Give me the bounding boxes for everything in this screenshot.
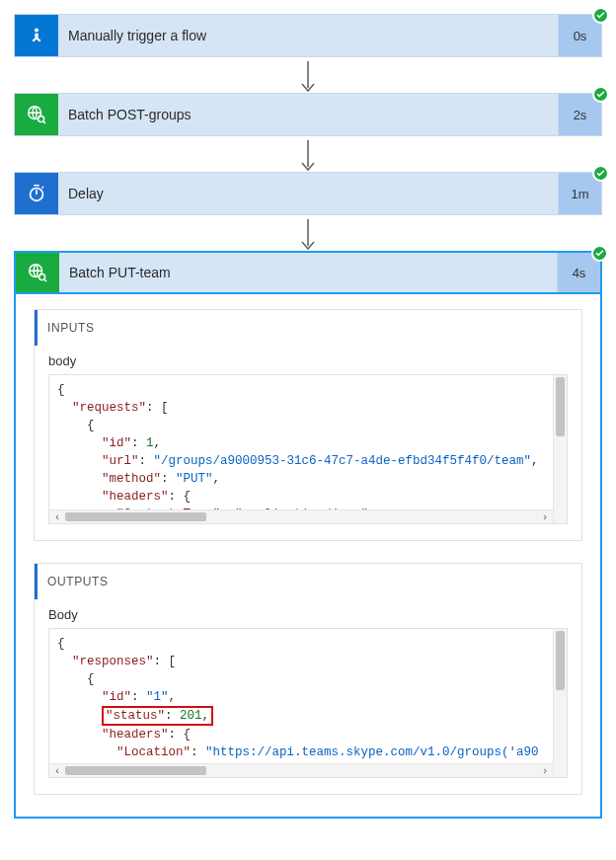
svg-point-5 xyxy=(39,274,45,280)
outputs-body-code[interactable]: { "responses": [ { "id": "1", "status": … xyxy=(48,628,568,778)
svg-point-2 xyxy=(38,117,44,122)
step-details-panel: INPUTS body { "requests": [ { "id": 1, "… xyxy=(14,293,602,819)
svg-point-0 xyxy=(35,28,38,32)
outputs-field-label: Body xyxy=(48,607,568,622)
code-content: { "requests": [ { "id": 1, "url": "/grou… xyxy=(49,375,547,524)
flow-arrow-icon xyxy=(14,57,602,93)
stopwatch-icon xyxy=(15,173,58,214)
step-batch-post-groups[interactable]: Batch POST-groups 2s xyxy=(14,93,602,136)
inputs-body-code[interactable]: { "requests": [ { "id": 1, "url": "/grou… xyxy=(48,374,568,524)
success-badge-icon xyxy=(592,7,609,24)
globe-search-icon xyxy=(16,253,59,292)
flow-arrow-icon xyxy=(14,215,602,251)
step-title: Delay xyxy=(58,173,558,214)
scroll-right-icon[interactable]: › xyxy=(537,764,553,777)
code-content: { "responses": [ { "id": "1", "status": … xyxy=(49,629,547,778)
step-delay[interactable]: Delay 1m xyxy=(14,172,602,215)
step-batch-put-team[interactable]: Batch PUT-team 4s xyxy=(14,251,602,294)
inputs-field-label: body xyxy=(48,353,568,368)
flow-run-designer: Manually trigger a flow 0s Batch POST-gr… xyxy=(0,0,616,832)
vertical-scrollbar[interactable] xyxy=(553,375,567,523)
horizontal-scrollbar[interactable]: ‹ › xyxy=(49,763,553,777)
success-badge-icon xyxy=(592,165,609,182)
horizontal-scrollbar[interactable]: ‹ › xyxy=(49,509,553,523)
success-badge-icon xyxy=(592,86,609,103)
scroll-left-icon[interactable]: ‹ xyxy=(49,764,65,777)
outputs-section: OUTPUTS Body { "responses": [ { "id": "1… xyxy=(34,563,582,795)
step-manual-trigger[interactable]: Manually trigger a flow 0s xyxy=(14,14,602,57)
scroll-right-icon[interactable]: › xyxy=(537,510,553,523)
vertical-scrollbar[interactable] xyxy=(553,629,567,777)
inputs-section: INPUTS body { "requests": [ { "id": 1, "… xyxy=(34,309,582,541)
globe-search-icon xyxy=(15,94,58,135)
step-title: Batch POST-groups xyxy=(58,94,558,135)
inputs-title: INPUTS xyxy=(35,310,568,346)
outputs-title: OUTPUTS xyxy=(35,564,568,599)
step-title: Batch PUT-team xyxy=(59,253,557,292)
scroll-left-icon[interactable]: ‹ xyxy=(49,510,65,523)
success-badge-icon xyxy=(591,245,608,262)
touch-icon xyxy=(15,15,58,56)
step-title: Manually trigger a flow xyxy=(58,15,558,56)
flow-arrow-icon xyxy=(14,136,602,172)
